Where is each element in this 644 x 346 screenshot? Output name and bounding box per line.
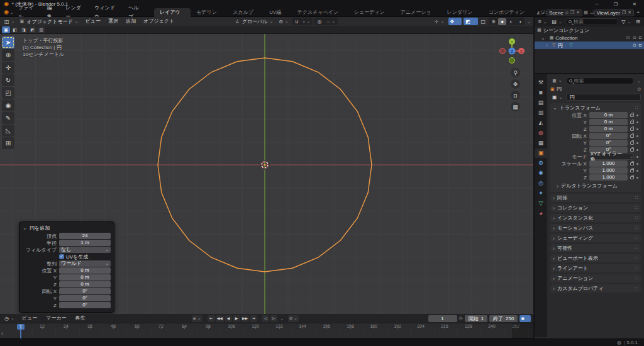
tab-particles[interactable]: ✱ — [535, 169, 547, 178]
shading-material[interactable]: ◐ — [507, 18, 515, 25]
stopwatch-icon[interactable]: ◷ — [459, 316, 463, 321]
lock-icon[interactable] — [630, 128, 634, 131]
animate-dot-icon[interactable] — [636, 121, 638, 123]
play-reverse[interactable]: ◀ — [225, 315, 232, 322]
pin-icon[interactable]: ⊙ — [637, 87, 641, 92]
rotation-field[interactable]: 0° — [59, 302, 111, 308]
lock-icon[interactable] — [630, 135, 634, 138]
proportional-toggle[interactable]: ◎ — [315, 18, 323, 25]
jump-to-end[interactable]: ⇥ — [250, 315, 257, 322]
tool-move[interactable]: ✛ — [2, 62, 14, 74]
scene-selector[interactable]: Scene ◇ ❐ ✕ — [547, 9, 582, 16]
transform-panel-header[interactable]: トランスフォーム — [553, 104, 638, 111]
object-type-icon[interactable]: ▣ — [550, 94, 564, 101]
remove-viewlayer-icon[interactable]: ✕ — [628, 10, 631, 15]
outliner-display-mode[interactable]: ▤ — [550, 18, 564, 26]
animate-dot-icon[interactable] — [636, 163, 638, 165]
collapsed-panel-header[interactable]: ラインアート — [550, 264, 641, 272]
rotation-field[interactable]: 0° — [589, 133, 628, 139]
workspace-tab[interactable]: スカルプト — [227, 8, 264, 17]
tab-object-data[interactable]: ▽ — [535, 199, 547, 208]
properties-search[interactable] — [566, 77, 635, 84]
collapsed-panel-header[interactable]: 関係 — [550, 194, 641, 202]
tab-world[interactable]: ◍ — [535, 128, 547, 138]
end-frame-field[interactable]: 終了250 — [489, 315, 518, 322]
shading-dropdown[interactable] — [526, 19, 531, 25]
current-frame-field[interactable]: 1 — [428, 315, 457, 322]
viewlayer-browse-icon[interactable]: ▤ — [584, 10, 593, 15]
outliner-search[interactable] — [565, 18, 618, 25]
operator-panel-header[interactable]: 円を追加 — [23, 224, 111, 232]
tool-scale[interactable]: ◰ — [2, 87, 14, 99]
vertices-field[interactable]: 24 — [59, 233, 111, 239]
collapsed-panel-header[interactable]: シェーディング — [550, 234, 641, 242]
location-field[interactable]: 0 m — [59, 267, 111, 274]
timeline-menu-item[interactable]: 再生 — [71, 314, 90, 323]
orientation-dropdown[interactable]: ∠ グローバル — [233, 18, 275, 25]
show-overlays-toggle[interactable]: ✥ — [448, 18, 462, 25]
jump-prev-keyframe[interactable]: ◀◀ — [216, 315, 224, 322]
align-dropdown[interactable]: ワールド — [59, 260, 111, 267]
select-mode-extend[interactable]: ◧ — [11, 26, 19, 33]
gizmo-axis-x-neg[interactable] — [500, 48, 506, 54]
outliner-search-input[interactable] — [574, 19, 615, 25]
add-workspace-button[interactable]: + — [632, 8, 644, 17]
collapsed-panel-header[interactable]: アニメーション — [550, 274, 641, 282]
jump-to-start[interactable]: ⇤ — [208, 315, 215, 322]
collection-checkbox-icon[interactable]: ☑ — [626, 35, 630, 40]
workspace-tab[interactable]: シェーディング — [348, 8, 395, 17]
timeline-editor-type[interactable]: ◷ — [3, 315, 16, 322]
timeline-ruler[interactable]: 12 24 36 48 60 72 84 96 — [0, 323, 533, 329]
rotation-mode-dropdown[interactable]: XYZ オイラー角 — [590, 153, 634, 160]
rotation-field[interactable]: 0° — [59, 295, 111, 301]
lock-icon[interactable] — [630, 169, 634, 172]
play[interactable]: ▶ — [233, 315, 240, 322]
collapsed-panel-header[interactable]: 可視性 — [550, 244, 641, 252]
tab-object[interactable]: ▣ — [535, 148, 547, 158]
scene-browse-icon[interactable]: ◭ — [537, 10, 545, 15]
viewport-menu-item[interactable]: 追加 — [122, 17, 140, 26]
nav-pan[interactable]: ✥ — [511, 79, 520, 89]
shading-solid[interactable]: ● — [498, 18, 506, 25]
animate-dot-icon[interactable] — [636, 114, 638, 116]
falloff-dropdown[interactable]: ∩ — [324, 18, 337, 25]
select-mode-intersect[interactable]: ▥ — [37, 26, 45, 33]
rotation-field[interactable]: 0° — [59, 288, 111, 294]
shading-rendered[interactable]: ◑ — [516, 18, 524, 25]
animate-dot-icon[interactable] — [636, 170, 638, 172]
object-render-icon[interactable]: ◘ — [639, 43, 641, 48]
show-gizmo-toggle[interactable]: ⊹ — [433, 18, 447, 25]
viewlayer-selector[interactable]: ViewLayer ❐ ✕ — [594, 9, 634, 16]
playhead-line[interactable] — [20, 329, 21, 338]
properties-search-input[interactable] — [574, 78, 631, 84]
collapsed-panel-header[interactable]: ビューポート表示 — [550, 254, 641, 262]
scale-field[interactable]: 1.000 — [589, 174, 628, 181]
pivot-dropdown[interactable]: ⊙ — [277, 18, 291, 25]
select-mode-subtract[interactable]: ◨ — [19, 26, 28, 33]
maximize-button[interactable]: ❐ — [606, 0, 625, 8]
tool-select-box[interactable]: ➤ — [2, 36, 14, 48]
properties-options-dropdown[interactable] — [636, 78, 641, 84]
collapsed-panel-header[interactable]: モーションパス — [550, 224, 641, 232]
collection-hide-icon[interactable]: ⊙ — [633, 35, 636, 40]
tab-modifiers[interactable]: ⚙ — [535, 159, 547, 168]
workspace-tab[interactable]: レンダリング — [441, 8, 483, 17]
collection-render-icon[interactable]: ◘ — [639, 35, 641, 40]
radius-field[interactable]: 1 m — [59, 240, 111, 246]
jump-next-keyframe[interactable]: ▶▶ — [241, 315, 249, 322]
start-frame-field[interactable]: 開始1 — [465, 315, 487, 322]
select-mode-new[interactable]: ▣ — [2, 26, 10, 33]
collapsed-panel-header[interactable]: カスタムプロパティ — [550, 284, 641, 293]
outliner-filter-icon[interactable]: ▽ — [619, 18, 633, 26]
snap-toggle[interactable]: ∪ — [293, 18, 301, 25]
close-button[interactable]: ✕ — [625, 0, 644, 8]
tool-rotate[interactable]: ↻ — [2, 74, 14, 86]
object-name-field[interactable]: 円 — [566, 94, 641, 101]
generate-uv-checkbox[interactable]: ✓ — [59, 254, 64, 259]
fill-type-dropdown[interactable]: なし — [59, 247, 111, 253]
location-field[interactable]: 0 m — [589, 112, 628, 118]
editor-type-selector[interactable]: ◫ — [3, 18, 16, 25]
lock-icon[interactable] — [630, 114, 634, 117]
tool-add-primitive[interactable]: ⊞ — [2, 137, 14, 149]
outliner-row-scene-collection[interactable]: ▦ シーンコレクション — [535, 26, 644, 34]
